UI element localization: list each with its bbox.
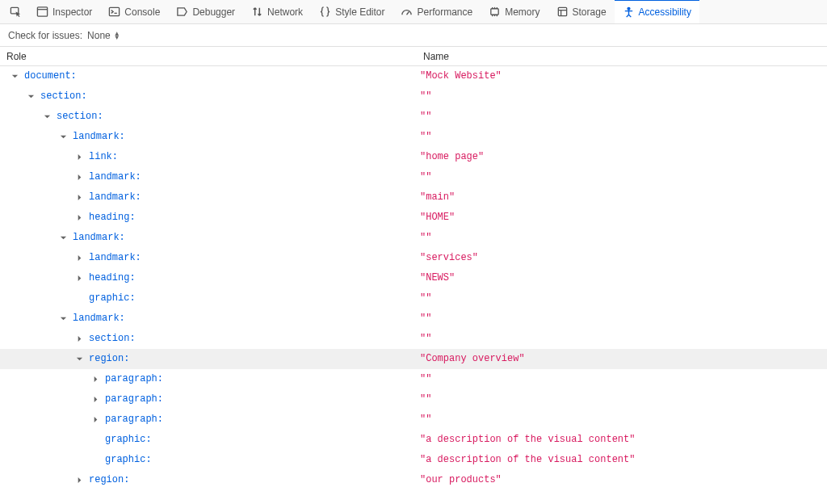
twisty-collapsed-icon[interactable] xyxy=(74,173,84,183)
name-cell: "NEWS" xyxy=(420,268,827,288)
twisty-expanded-icon[interactable] xyxy=(26,92,36,102)
tab-memory[interactable]: Memory xyxy=(481,0,548,23)
tree-row[interactable]: landmark:"" xyxy=(0,127,827,147)
network-icon xyxy=(251,6,263,18)
performance-icon xyxy=(401,6,413,18)
tree-row[interactable]: landmark:"" xyxy=(0,167,827,187)
role-label: landmark: xyxy=(89,248,141,268)
tree-row[interactable]: graphic:"" xyxy=(0,288,827,309)
name-cell: "" xyxy=(420,389,827,410)
role-cell: graphic: xyxy=(0,430,420,450)
name-cell: "main" xyxy=(420,187,827,208)
accessibility-icon xyxy=(623,6,635,19)
twisty-expanded-icon[interactable] xyxy=(58,314,68,324)
pick-element-icon xyxy=(10,6,22,18)
tree-row[interactable]: landmark:"main" xyxy=(0,187,827,208)
twisty-expanded-icon[interactable] xyxy=(42,112,52,122)
role-label: paragraph: xyxy=(105,410,163,430)
tree-row[interactable]: paragraph:"" xyxy=(0,389,827,410)
role-label: landmark: xyxy=(73,228,125,248)
role-cell: heading: xyxy=(0,208,420,228)
tab-label: Memory xyxy=(505,6,539,18)
tree-row[interactable]: section:"" xyxy=(0,107,827,127)
twisty-none xyxy=(90,435,100,445)
role-label: section: xyxy=(57,107,103,127)
twisty-expanded-icon[interactable] xyxy=(58,233,68,243)
role-label: heading: xyxy=(89,208,136,228)
role-cell: region: xyxy=(0,349,420,369)
twisty-collapsed-icon[interactable] xyxy=(74,153,84,162)
tab-storage[interactable]: Storage xyxy=(548,0,615,23)
tab-console[interactable]: Console xyxy=(100,0,168,23)
twisty-collapsed-icon[interactable] xyxy=(90,395,100,405)
tab-styleeditor[interactable]: Style Editor xyxy=(311,0,393,23)
role-cell: landmark: xyxy=(0,127,420,147)
pick-element-button[interactable] xyxy=(3,0,28,23)
tree-row[interactable]: paragraph:"" xyxy=(0,369,827,389)
twisty-collapsed-icon[interactable] xyxy=(74,254,84,263)
role-cell: graphic: xyxy=(0,450,420,470)
twisty-collapsed-icon[interactable] xyxy=(74,476,84,485)
tree-row[interactable]: landmark:"" xyxy=(0,228,827,248)
role-label: landmark: xyxy=(89,187,141,208)
column-name[interactable]: Name xyxy=(420,51,827,62)
tree-row[interactable]: section:"" xyxy=(0,86,827,107)
svg-rect-6 xyxy=(491,9,498,15)
tab-inspector[interactable]: Inspector xyxy=(28,0,100,23)
tree-row[interactable]: landmark:"services" xyxy=(0,248,827,268)
role-label: section: xyxy=(40,86,87,107)
role-label: paragraph: xyxy=(105,389,163,410)
role-label: landmark: xyxy=(73,127,125,147)
updown-icon: ▲▼ xyxy=(114,32,120,40)
role-cell: graphic: xyxy=(0,288,420,309)
svg-rect-1 xyxy=(37,7,47,16)
twisty-collapsed-icon[interactable] xyxy=(90,415,100,425)
tab-performance[interactable]: Performance xyxy=(393,0,481,23)
role-label: landmark: xyxy=(89,167,141,187)
role-label: graphic: xyxy=(105,450,152,470)
tree-row[interactable]: link:"home page" xyxy=(0,147,827,167)
tree-row[interactable]: graphic:"a description of the visual con… xyxy=(0,430,827,450)
column-role[interactable]: Role xyxy=(0,51,420,62)
name-cell: "a description of the visual content" xyxy=(420,430,827,450)
twisty-expanded-icon[interactable] xyxy=(10,72,19,82)
twisty-collapsed-icon[interactable] xyxy=(74,334,84,344)
issues-select[interactable]: None ▲▼ xyxy=(87,30,120,41)
role-label: region: xyxy=(89,349,129,369)
twisty-expanded-icon[interactable] xyxy=(58,132,68,142)
role-cell: heading: xyxy=(0,268,420,288)
name-cell: "" xyxy=(420,329,827,349)
tree-row[interactable]: paragraph:"" xyxy=(0,410,827,430)
twisty-collapsed-icon[interactable] xyxy=(74,274,84,284)
tree-row[interactable]: landmark:"" xyxy=(0,309,827,329)
twisty-expanded-icon[interactable] xyxy=(74,355,84,364)
svg-point-16 xyxy=(628,7,630,10)
console-icon xyxy=(108,6,120,18)
name-cell: "" xyxy=(420,309,827,329)
tree-row[interactable]: section:"" xyxy=(0,329,827,349)
name-cell: "our products" xyxy=(420,470,827,490)
tab-accessibility[interactable]: Accessibility xyxy=(615,0,699,23)
svg-line-5 xyxy=(407,12,409,15)
tab-label: Debugger xyxy=(192,6,235,18)
tab-debugger[interactable]: Debugger xyxy=(168,0,243,23)
twisty-none xyxy=(90,456,100,465)
tree-row[interactable]: region:"our products" xyxy=(0,470,827,490)
tree-row[interactable]: document:"Mock Website" xyxy=(0,66,827,86)
name-cell: "" xyxy=(420,369,827,389)
role-cell: section: xyxy=(0,329,420,349)
tree-row[interactable]: heading:"NEWS" xyxy=(0,268,827,288)
twisty-collapsed-icon[interactable] xyxy=(74,193,84,203)
tree-row[interactable]: heading:"HOME" xyxy=(0,208,827,228)
tree-row[interactable]: region:"Company overview" xyxy=(0,349,827,369)
tab-label: Accessibility xyxy=(639,6,691,18)
svg-rect-13 xyxy=(558,7,566,15)
tab-label: Inspector xyxy=(52,6,92,18)
twisty-collapsed-icon[interactable] xyxy=(74,213,84,223)
name-cell: "" xyxy=(420,410,827,430)
tree-row[interactable]: graphic:"a description of the visual con… xyxy=(0,450,827,470)
twisty-collapsed-icon[interactable] xyxy=(90,375,100,384)
role-label: heading: xyxy=(89,268,136,288)
tab-label: Console xyxy=(124,6,160,18)
tab-network[interactable]: Network xyxy=(243,0,311,23)
